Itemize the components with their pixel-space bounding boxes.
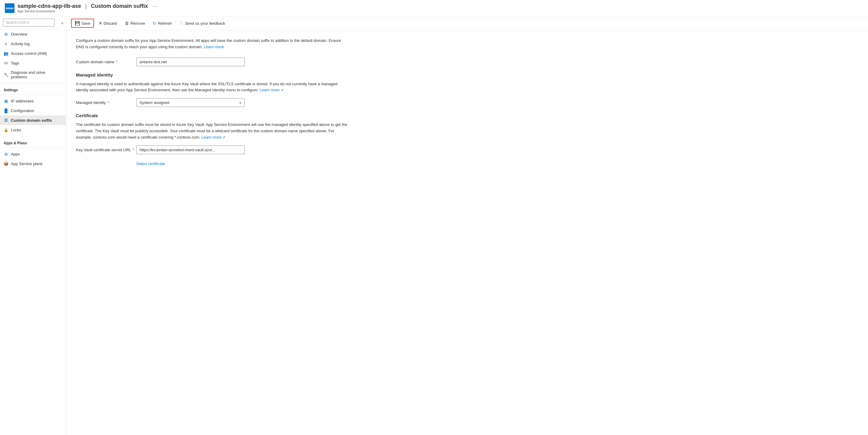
sidebar-item-ip-addresses[interactable]: ▦ IP addresses [0,96,66,106]
sidebar-item-label: Apps [11,152,20,156]
sidebar-item-label: Overview [11,32,27,36]
sidebar-item-diagnose[interactable]: 🔧 Diagnose and solve problems [0,68,66,81]
sidebar-item-access-control[interactable]: 👥 Access control (IAM) [0,48,66,58]
sidebar-item-custom-domain-suffix[interactable]: ☰ Custom domain suffix [0,115,66,125]
apps-icon: ⊞ [4,152,8,156]
managed-identity-select-wrapper: System assigned User assigned ∨ [136,98,245,107]
overview-icon: ⊞ [4,32,8,36]
locks-icon: 🔒 [4,127,8,132]
main-description: Configure a custom domain suffix for you… [76,38,347,50]
sidebar-item-locks[interactable]: 🔒 Locks [0,125,66,135]
feedback-icon: ♡ [180,21,184,26]
tags-icon: 🏷 [4,61,8,65]
external-link-icon-2: ↗ [222,136,225,139]
sidebar-search-row: « [0,16,66,29]
sidebar-item-label: IP addresses [11,99,34,103]
configuration-icon: ▐▌ [4,108,8,113]
save-button[interactable]: 💾 Save [71,19,94,28]
diagnose-icon: 🔧 [4,72,8,77]
sidebar-item-tags[interactable]: 🏷 Tags [0,58,66,68]
sidebar-collapse-button[interactable]: « [59,19,66,27]
save-icon: 💾 [75,21,80,26]
search-input[interactable] [3,19,55,27]
resource-icon: www [5,3,14,13]
ip-addresses-icon: ▦ [4,99,8,103]
certificate-description: The certificate for custom domain suffix… [76,122,347,140]
key-vault-url-label: Key Vault certificate secret URL * [76,147,136,152]
sidebar-item-app-service-plans[interactable]: 📦 App Service plans [0,159,66,168]
sidebar-item-label: Locks [11,128,21,132]
custom-domain-suffix-icon: ☰ [4,118,8,123]
sidebar-item-activity-log[interactable]: ≡ Activity log [0,39,66,48]
sidebar-item-label: Custom domain suffix [11,118,52,123]
resource-name: sample-cdns-app-ilb-ase [18,3,81,9]
page-title: Custom domain suffix [91,3,148,9]
sidebar-item-label: Access control (IAM) [11,51,47,56]
required-indicator-2: * [107,100,109,105]
sidebar-search-container [0,16,58,29]
activity-log-icon: ≡ [4,41,8,46]
remove-icon: 🗑 [125,21,129,26]
managed-identity-row: Managed identity * System assigned User … [76,98,858,107]
toolbar: 💾 Save ✕ Discard 🗑 Remove ↻ Refresh ♡ Se… [66,16,868,30]
custom-domain-name-input[interactable] [136,58,245,66]
feedback-button[interactable]: ♡ Send us your feedback [176,19,228,27]
sidebar-divider-2 [0,95,66,95]
required-indicator-3: * [133,147,134,152]
managed-identity-description: A managed identity is used to authentica… [76,81,347,94]
custom-domain-name-label: Custom domain name * [76,60,136,64]
description-learn-more-link[interactable]: Learn more [204,44,224,49]
required-indicator: * [116,60,118,64]
header-text-group: sample-cdns-app-ilb-ase | Custom domain … [18,3,157,13]
sidebar-divider-1 [0,83,66,83]
managed-identity-section-title: Managed identity [76,72,858,77]
sidebar-item-configuration[interactable]: ▐▌ Configuration [0,106,66,115]
sidebar-divider-4 [0,147,66,148]
more-options-icon[interactable]: ··· [153,3,157,9]
key-vault-url-row: Key Vault certificate secret URL * [76,145,858,154]
sidebar: « ⊞ Overview ≡ Activity log 👥 Access con… [0,16,66,435]
page-header: www sample-cdns-app-ilb-ase | Custom dom… [0,0,868,16]
sidebar-item-label: Configuration [11,108,34,113]
certificate-learn-more-link[interactable]: Learn more [201,135,221,139]
main-content: 💾 Save ✕ Discard 🗑 Remove ↻ Refresh ♡ Se… [66,16,868,435]
discard-icon: ✕ [98,21,102,26]
remove-button[interactable]: 🗑 Remove [121,19,148,27]
sidebar-item-label: Activity log [11,41,30,46]
sidebar-item-apps[interactable]: ⊞ Apps [0,149,66,159]
access-control-icon: 👥 [4,51,8,56]
certificate-section-title: Certificate [76,113,858,118]
custom-domain-name-row: Custom domain name * [76,58,858,66]
select-certificate-link[interactable]: Select certificate [136,162,165,166]
sidebar-item-label: Tags [11,61,19,65]
discard-button[interactable]: ✕ Discard [95,19,120,27]
select-certificate-row: Select certificate [136,160,858,166]
external-link-icon: ↗ [281,88,283,92]
managed-identity-select[interactable]: System assigned User assigned [136,98,245,107]
content-area: Configure a custom domain suffix for you… [66,30,868,435]
sidebar-item-label: Diagnose and solve problems [11,70,62,79]
app-service-plans-icon: 📦 [4,161,8,166]
managed-identity-label: Managed identity * [76,100,136,105]
resource-subtitle: App Service Environment [18,9,157,13]
key-vault-url-input[interactable] [136,145,245,154]
refresh-button[interactable]: ↻ Refresh [150,19,175,27]
apps-plans-section-label: Apps & Plans [0,137,66,146]
sidebar-item-label: App Service plans [11,162,42,166]
settings-section-label: Settings [0,85,66,93]
refresh-icon: ↻ [153,21,156,26]
managed-identity-learn-more-link[interactable]: Learn more [259,88,279,92]
sidebar-item-overview[interactable]: ⊞ Overview [0,29,66,39]
